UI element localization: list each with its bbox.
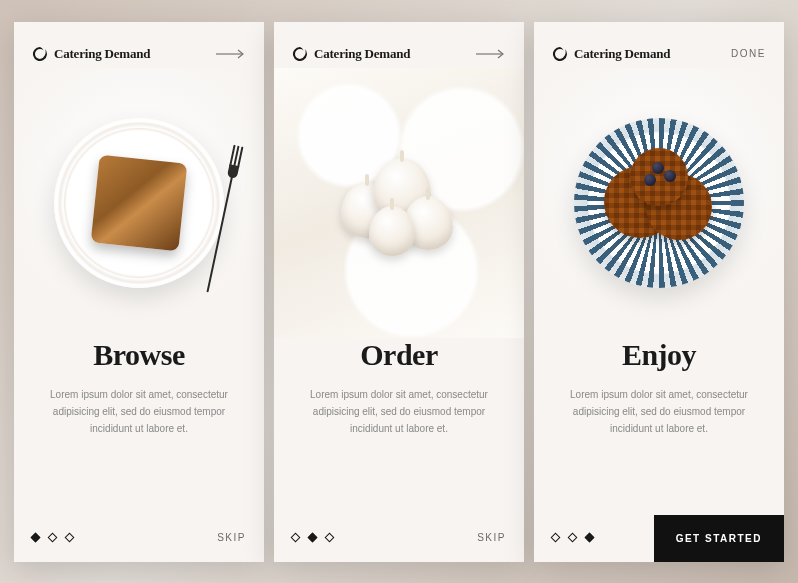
food-illustration	[329, 148, 469, 268]
fork-icon	[201, 144, 246, 294]
done-button[interactable]: DONE	[731, 48, 766, 59]
page-dot[interactable]	[308, 533, 318, 543]
brand: Catering Demand	[292, 46, 410, 62]
step-body: Lorem ipsum dolor sit amet, consectetur …	[562, 386, 756, 437]
onboarding-stage: Catering Demand Browse Lorem ipsum dolor…	[14, 22, 784, 562]
brand-logo-icon	[292, 46, 308, 62]
page-dot[interactable]	[291, 533, 301, 543]
food-illustration	[574, 118, 744, 288]
next-arrow-icon[interactable]	[216, 45, 246, 63]
page-indicator	[292, 534, 333, 541]
step-body: Lorem ipsum dolor sit amet, consectetur …	[302, 386, 496, 437]
onboarding-screen-1: Catering Demand Browse Lorem ipsum dolor…	[14, 22, 264, 562]
page-dot[interactable]	[585, 533, 595, 543]
food-illustration	[54, 118, 224, 288]
footer: SKIP	[274, 514, 524, 562]
page-dot[interactable]	[48, 533, 58, 543]
page-dot[interactable]	[325, 533, 335, 543]
brand-logo-icon	[552, 46, 568, 62]
header: Catering Demand	[274, 22, 524, 68]
step-title: Enjoy	[562, 338, 756, 372]
footer: SKIP	[14, 514, 264, 562]
skip-button[interactable]: SKIP	[477, 532, 506, 543]
svg-rect-1	[206, 172, 233, 292]
page-indicator	[552, 534, 593, 541]
page-dot[interactable]	[65, 533, 75, 543]
onboarding-screen-2: Catering Demand Order Lorem ipsum dolor …	[274, 22, 524, 562]
page-indicator	[32, 534, 73, 541]
content: Browse Lorem ipsum dolor sit amet, conse…	[14, 338, 264, 437]
step-title: Order	[302, 338, 496, 372]
page-dot[interactable]	[31, 533, 41, 543]
page-dot[interactable]	[551, 533, 561, 543]
brand: Catering Demand	[552, 46, 670, 62]
step-title: Browse	[42, 338, 236, 372]
hero-image	[14, 68, 264, 338]
next-arrow-icon[interactable]	[476, 45, 506, 63]
hero-image	[274, 68, 524, 338]
header: Catering Demand DONE	[534, 22, 784, 68]
brand: Catering Demand	[32, 46, 150, 62]
skip-button[interactable]: SKIP	[217, 532, 246, 543]
brand-logo-icon	[32, 46, 48, 62]
get-started-button[interactable]: GET STARTED	[654, 515, 784, 562]
content: Order Lorem ipsum dolor sit amet, consec…	[274, 338, 524, 437]
onboarding-screen-3: Catering Demand DONE Enjoy Lorem ipsum d…	[534, 22, 784, 562]
step-body: Lorem ipsum dolor sit amet, consectetur …	[42, 386, 236, 437]
brand-name: Catering Demand	[314, 46, 410, 62]
brand-name: Catering Demand	[574, 46, 670, 62]
page-dot[interactable]	[568, 533, 578, 543]
hero-image	[534, 68, 784, 338]
brand-name: Catering Demand	[54, 46, 150, 62]
content: Enjoy Lorem ipsum dolor sit amet, consec…	[534, 338, 784, 437]
header: Catering Demand	[14, 22, 264, 68]
